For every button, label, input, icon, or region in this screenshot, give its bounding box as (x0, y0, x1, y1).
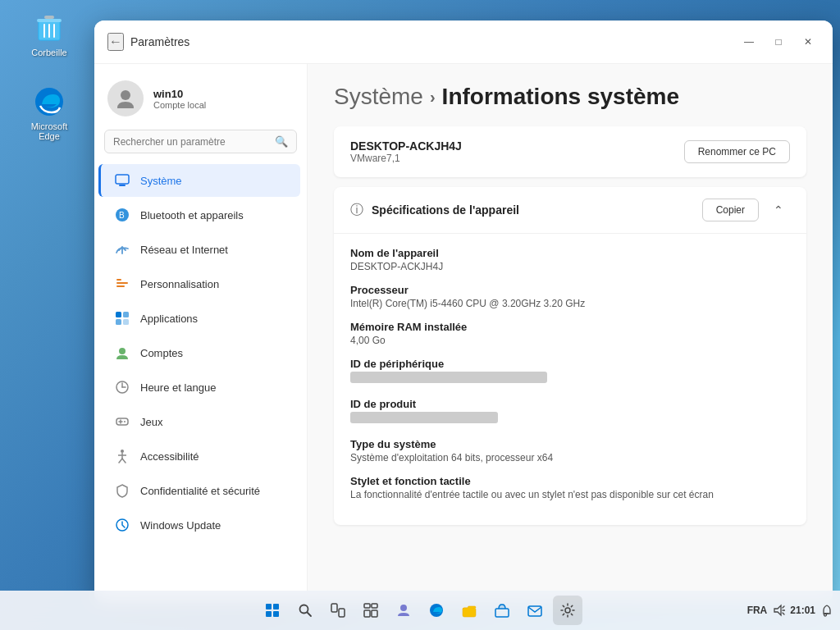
explorer-button[interactable] (454, 596, 484, 625)
microsoft-edge-icon[interactable]: Microsoft Edge (16, 82, 82, 144)
sidebar-label-bluetooth: Bluetooth et appareils (140, 209, 244, 221)
specs-header: ⓘ Spécifications de l'appareil Copier ⌃ (334, 187, 806, 234)
vm-version: VMware7,1 (350, 153, 462, 164)
window-controls: — □ ✕ (737, 30, 819, 53)
taskbar-center (258, 596, 582, 625)
widgets-button[interactable] (356, 596, 386, 625)
svg-text:B: B (119, 211, 125, 220)
spec-row-ram: Mémoire RAM installée 4,00 Go (350, 321, 790, 346)
back-button[interactable]: ← (107, 33, 124, 51)
sidebar-item-reseau[interactable]: Réseau et Internet (101, 233, 300, 266)
spec-value-system-type: Système d'exploitation 64 bits, processe… (350, 452, 790, 463)
sidebar-item-comptes[interactable]: Comptes (101, 336, 300, 369)
svg-rect-42 (372, 604, 377, 608)
language-indicator: FRA (747, 605, 768, 616)
taskbar-search-button[interactable] (290, 596, 320, 625)
sidebar-label-personnalisation: Personnalisation (140, 278, 219, 290)
search-input[interactable] (113, 136, 270, 148)
user-info: win10 Compte local (153, 88, 206, 110)
breadcrumb-chevron: › (430, 88, 436, 107)
svg-marker-52 (774, 605, 781, 615)
user-account-type: Compte local (153, 100, 206, 110)
spec-row-stylus: Stylet et fonction tactile La fonctionna… (350, 475, 790, 500)
applications-icon (114, 310, 130, 326)
rename-pc-button[interactable]: Renommer ce PC (684, 140, 790, 163)
svg-rect-44 (372, 610, 377, 617)
recycle-bin-svg (34, 12, 65, 43)
minimize-button[interactable]: — (737, 30, 760, 53)
svg-rect-2 (44, 16, 54, 19)
sidebar-item-personnalisation[interactable]: Personnalisation (101, 267, 300, 300)
svg-rect-34 (273, 604, 279, 609)
sidebar-label-systeme: Système (140, 175, 182, 187)
svg-rect-50 (528, 606, 541, 616)
svg-rect-40 (339, 609, 345, 617)
reseau-icon (114, 241, 130, 258)
sidebar-item-applications[interactable]: Applications (101, 302, 300, 335)
settings-window: ← Paramètres — □ ✕ win10 Compte local (94, 21, 833, 603)
taskbar-clock: 21:01 (790, 605, 815, 616)
task-view-button[interactable] (323, 596, 353, 625)
svg-point-57 (824, 614, 827, 616)
svg-rect-33 (266, 604, 272, 609)
sidebar-item-jeux[interactable]: Jeux (101, 405, 300, 438)
start-button[interactable] (258, 596, 287, 625)
svg-rect-36 (273, 611, 279, 617)
sidebar-item-windows-update[interactable]: Windows Update (101, 509, 300, 541)
teams-button[interactable] (389, 596, 418, 625)
mail-button[interactable] (520, 596, 550, 625)
store-button[interactable] (487, 596, 517, 625)
svg-rect-43 (364, 610, 370, 617)
copy-button[interactable]: Copier (702, 199, 759, 221)
spec-row-processor: Processeur Intel(R) Core(TM) i5-4460 CPU… (350, 284, 790, 309)
svg-point-19 (119, 348, 126, 354)
settings-taskbar-button[interactable] (553, 596, 582, 625)
close-button[interactable]: ✕ (797, 30, 819, 53)
title-bar: ← Paramètres — □ ✕ (94, 21, 833, 64)
svg-point-26 (124, 421, 126, 422)
sidebar-label-reseau: Réseau et Internet (140, 244, 228, 256)
svg-rect-39 (331, 604, 337, 612)
notification-icon (820, 604, 833, 617)
spec-row-device-id: ID de périphérique (350, 358, 790, 386)
sidebar-item-accessibilite[interactable]: Accessibilité (101, 440, 300, 472)
collapse-button[interactable]: ⌃ (767, 200, 790, 220)
pc-name: DESKTOP-ACKJH4J (350, 139, 462, 153)
sidebar-label-applications: Applications (140, 313, 198, 325)
search-icon: 🔍 (275, 135, 288, 148)
sidebar-item-bluetooth[interactable]: B Bluetooth et appareils (101, 199, 300, 231)
maximize-button[interactable]: □ (767, 30, 790, 53)
spec-label-product-id: ID de produit (350, 398, 790, 410)
sidebar-label-jeux: Jeux (140, 416, 162, 428)
pc-card: DESKTOP-ACKJH4J VMware7,1 Renommer ce PC (334, 126, 806, 177)
svg-rect-17 (116, 319, 121, 325)
search-box[interactable]: 🔍 (104, 130, 297, 153)
user-name: win10 (153, 88, 206, 100)
sidebar-label-accessibilite: Accessibilité (140, 450, 199, 463)
svg-rect-16 (123, 312, 129, 317)
jeux-icon (114, 413, 130, 430)
breadcrumb-system: Système (334, 84, 423, 110)
svg-line-38 (308, 613, 312, 617)
main-content: win10 Compte local 🔍 Système B (94, 64, 833, 603)
page-title: Informations système (442, 84, 679, 110)
svg-point-7 (121, 90, 130, 100)
recycle-bin-icon[interactable]: Corbeille (16, 8, 82, 61)
svg-point-51 (565, 608, 570, 613)
edge-taskbar-button[interactable] (422, 596, 451, 625)
user-section: win10 Compte local (94, 74, 307, 130)
svg-line-53 (783, 606, 784, 608)
spec-value-stylus: La fonctionnalité d'entrée tactile ou av… (350, 489, 790, 500)
specs-section: ⓘ Spécifications de l'appareil Copier ⌃ … (334, 187, 806, 525)
sidebar-item-confidentialite[interactable]: Confidentialité et sécurité (101, 474, 300, 507)
svg-rect-1 (37, 19, 62, 22)
window-title: Paramètres (130, 35, 189, 48)
recycle-bin-label: Corbeille (31, 48, 66, 57)
spec-row-system-type: Type du système Système d'exploitation 6… (350, 438, 790, 463)
confidentialite-icon (114, 482, 130, 499)
svg-line-30 (119, 459, 122, 463)
sidebar-item-heure[interactable]: Heure et langue (101, 371, 300, 404)
sidebar-item-systeme[interactable]: Système (98, 164, 300, 197)
info-icon: ⓘ (350, 202, 363, 219)
spec-label-device-id: ID de périphérique (350, 358, 790, 370)
